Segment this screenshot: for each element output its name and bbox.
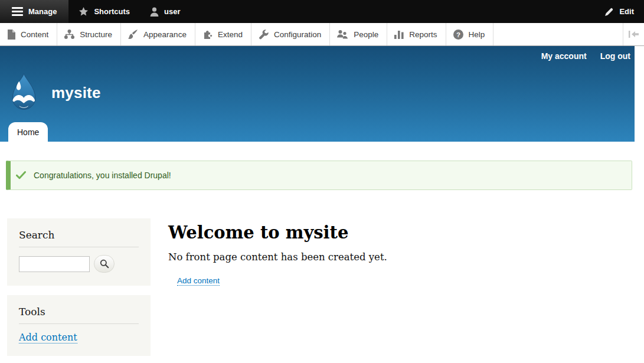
file-icon (7, 30, 15, 40)
admin-menu-bar: Content Structure Appearance Extend Conf… (0, 23, 644, 46)
toolbar-spacer (493, 23, 623, 45)
sidebar-first: Search Tools Add content (7, 218, 151, 356)
people-icon (337, 30, 348, 39)
menu-icon (12, 7, 23, 16)
paintbrush-icon (128, 30, 138, 39)
main-content: Welcome to mysite No front page content … (168, 218, 635, 286)
checkmark-icon (16, 171, 26, 179)
collapse-left-icon (629, 31, 639, 38)
toolbar-item-people[interactable]: People (330, 23, 387, 45)
edit-label: Edit (619, 7, 634, 16)
status-message: Congratulations, you installed Drupal! (6, 161, 632, 190)
content-columns: Search Tools Add content Welcome to mysi… (0, 218, 635, 356)
empty-frontpage-text: No front page content has been created y… (168, 251, 635, 263)
search-block: Search (7, 218, 151, 286)
secondary-menu: My account Log out (541, 51, 630, 61)
shortcuts-label: Shortcuts (94, 7, 130, 16)
edit-button[interactable]: Edit (594, 0, 644, 23)
toolbar-orientation-toggle[interactable] (623, 23, 644, 45)
add-content-link[interactable]: Add content (177, 276, 220, 286)
toolbar-label: Reports (409, 30, 437, 39)
search-input[interactable] (19, 256, 90, 272)
sitemap-icon (64, 30, 74, 39)
site-header: My account Log out (0, 46, 635, 142)
user-label: user (164, 7, 180, 16)
log-out-link[interactable]: Log out (600, 51, 630, 61)
site-name[interactable]: mysite (51, 84, 101, 102)
search-submit-button[interactable] (94, 255, 115, 273)
manage-label: Manage (28, 7, 57, 16)
status-message-text: Congratulations, you installed Drupal! (34, 171, 171, 180)
manage-tab[interactable]: Manage (0, 0, 68, 23)
toolbar-item-reports[interactable]: Reports (387, 23, 446, 45)
site-branding: mysite (0, 46, 635, 113)
bar-chart-icon (394, 30, 404, 39)
help-icon: ? (453, 30, 463, 40)
page-title: Welcome to mysite (168, 223, 635, 243)
page: My account Log out (0, 46, 635, 356)
admin-toolbar: Manage Shortcuts user Edit (0, 0, 644, 23)
toolbar-label: Help (469, 30, 485, 39)
magnifier-icon (100, 259, 109, 269)
toolbar-label: People (354, 30, 378, 39)
shortcuts-tab[interactable]: Shortcuts (68, 0, 140, 23)
toolbar-item-help[interactable]: ? Help (446, 23, 494, 45)
tab-home[interactable]: Home (8, 122, 48, 142)
puzzle-icon (202, 30, 213, 39)
search-form (19, 255, 139, 273)
tools-block-title: Tools (19, 306, 139, 324)
search-block-title: Search (19, 229, 139, 247)
toolbar-label: Content (21, 30, 48, 39)
toolbar-label: Extend (218, 30, 243, 39)
user-tab[interactable]: user (140, 0, 190, 23)
toolbar-item-extend[interactable]: Extend (195, 23, 251, 45)
tab-home-label: Home (17, 127, 39, 137)
admin-bar-spacer (191, 0, 595, 23)
pencil-icon (604, 7, 614, 17)
svg-text:?: ? (456, 31, 460, 38)
toolbar-label: Appearance (143, 30, 187, 39)
user-icon (150, 7, 159, 17)
tools-block: Tools Add content (7, 295, 151, 356)
tools-add-content-link[interactable]: Add content (19, 332, 77, 344)
toolbar-item-structure[interactable]: Structure (57, 23, 121, 45)
toolbar-item-appearance[interactable]: Appearance (121, 23, 195, 45)
wrench-icon (259, 30, 269, 40)
toolbar-label: Structure (80, 30, 112, 39)
drupal-logo[interactable] (8, 73, 40, 113)
toolbar-label: Configuration (274, 30, 321, 39)
my-account-link[interactable]: My account (541, 51, 587, 61)
toolbar-item-content[interactable]: Content (0, 23, 57, 45)
toolbar-item-configuration[interactable]: Configuration (251, 23, 330, 45)
star-icon (79, 7, 89, 17)
